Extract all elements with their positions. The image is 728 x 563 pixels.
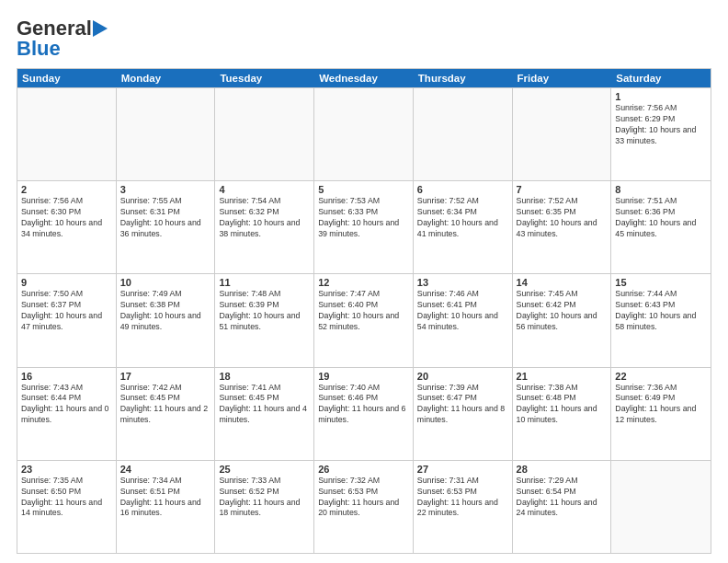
day-number: 20 <box>417 371 508 382</box>
day-number: 10 <box>120 277 211 288</box>
table-row: 5Sunrise: 7:53 AM Sunset: 6:33 PM Daylig… <box>314 181 414 273</box>
weekday-header: Sunday <box>17 69 117 87</box>
day-info: Sunrise: 7:35 AM Sunset: 6:50 PM Dayligh… <box>21 476 112 520</box>
table-row: 9Sunrise: 7:50 AM Sunset: 6:37 PM Daylig… <box>17 274 117 366</box>
table-row: 18Sunrise: 7:41 AM Sunset: 6:45 PM Dayli… <box>215 368 314 460</box>
day-number: 14 <box>517 277 608 288</box>
table-row: 24Sunrise: 7:34 AM Sunset: 6:51 PM Dayli… <box>117 461 216 553</box>
table-row: 8Sunrise: 7:51 AM Sunset: 6:36 PM Daylig… <box>611 181 711 273</box>
day-number: 23 <box>21 464 112 475</box>
day-info: Sunrise: 7:42 AM Sunset: 6:45 PM Dayligh… <box>120 383 211 427</box>
day-number: 15 <box>615 277 707 288</box>
logo: General Blue <box>17 17 109 61</box>
table-row: 10Sunrise: 7:49 AM Sunset: 6:38 PM Dayli… <box>117 274 216 366</box>
day-info: Sunrise: 7:45 AM Sunset: 6:42 PM Dayligh… <box>517 289 608 333</box>
table-row: 3Sunrise: 7:55 AM Sunset: 6:31 PM Daylig… <box>117 181 216 273</box>
day-number: 19 <box>318 371 409 382</box>
table-row: 23Sunrise: 7:35 AM Sunset: 6:50 PM Dayli… <box>17 461 117 553</box>
day-number: 17 <box>120 371 211 382</box>
day-number: 4 <box>219 184 310 195</box>
calendar-week: 16Sunrise: 7:43 AM Sunset: 6:44 PM Dayli… <box>17 367 711 460</box>
day-number: 25 <box>219 464 310 475</box>
table-row: 15Sunrise: 7:44 AM Sunset: 6:43 PM Dayli… <box>611 274 711 366</box>
day-info: Sunrise: 7:41 AM Sunset: 6:45 PM Dayligh… <box>219 383 310 427</box>
day-info: Sunrise: 7:39 AM Sunset: 6:47 PM Dayligh… <box>417 383 508 427</box>
table-row: 17Sunrise: 7:42 AM Sunset: 6:45 PM Dayli… <box>117 368 216 460</box>
day-info: Sunrise: 7:52 AM Sunset: 6:35 PM Dayligh… <box>517 196 608 240</box>
table-row: 22Sunrise: 7:36 AM Sunset: 6:49 PM Dayli… <box>611 368 711 460</box>
day-number: 8 <box>615 184 707 195</box>
calendar: SundayMondayTuesdayWednesdayThursdayFrid… <box>17 68 711 554</box>
svg-marker-0 <box>93 20 108 37</box>
weekday-header: Tuesday <box>215 69 314 87</box>
day-info: Sunrise: 7:31 AM Sunset: 6:53 PM Dayligh… <box>417 476 508 520</box>
weekday-header: Saturday <box>611 69 711 87</box>
table-row: 26Sunrise: 7:32 AM Sunset: 6:53 PM Dayli… <box>314 461 414 553</box>
day-number: 5 <box>318 184 409 195</box>
logo-text-block: General Blue <box>17 17 109 61</box>
table-row <box>513 88 612 180</box>
day-number: 27 <box>417 464 508 475</box>
day-number: 7 <box>517 184 608 195</box>
day-number: 11 <box>219 277 310 288</box>
logo-blue: Blue <box>17 37 61 60</box>
calendar-body: 1Sunrise: 7:56 AM Sunset: 6:29 PM Daylig… <box>17 87 711 553</box>
table-row: 20Sunrise: 7:39 AM Sunset: 6:47 PM Dayli… <box>414 368 513 460</box>
weekday-header: Thursday <box>414 69 513 87</box>
table-row: 7Sunrise: 7:52 AM Sunset: 6:35 PM Daylig… <box>513 181 612 273</box>
day-info: Sunrise: 7:53 AM Sunset: 6:33 PM Dayligh… <box>318 196 409 240</box>
table-row: 1Sunrise: 7:56 AM Sunset: 6:29 PM Daylig… <box>611 88 711 180</box>
table-row <box>117 88 216 180</box>
table-row: 19Sunrise: 7:40 AM Sunset: 6:46 PM Dayli… <box>314 368 414 460</box>
day-number: 2 <box>21 184 112 195</box>
day-info: Sunrise: 7:34 AM Sunset: 6:51 PM Dayligh… <box>120 476 211 520</box>
table-row: 2Sunrise: 7:56 AM Sunset: 6:30 PM Daylig… <box>17 181 117 273</box>
day-info: Sunrise: 7:36 AM Sunset: 6:49 PM Dayligh… <box>615 383 707 427</box>
weekday-header: Friday <box>513 69 612 87</box>
table-row <box>215 88 314 180</box>
table-row <box>17 88 117 180</box>
day-number: 24 <box>120 464 211 475</box>
day-info: Sunrise: 7:44 AM Sunset: 6:43 PM Dayligh… <box>615 289 707 333</box>
calendar-week: 2Sunrise: 7:56 AM Sunset: 6:30 PM Daylig… <box>17 180 711 273</box>
table-row: 11Sunrise: 7:48 AM Sunset: 6:39 PM Dayli… <box>215 274 314 366</box>
day-info: Sunrise: 7:38 AM Sunset: 6:48 PM Dayligh… <box>517 383 608 427</box>
calendar-header: SundayMondayTuesdayWednesdayThursdayFrid… <box>17 69 711 87</box>
day-info: Sunrise: 7:56 AM Sunset: 6:30 PM Dayligh… <box>21 196 112 240</box>
table-row: 27Sunrise: 7:31 AM Sunset: 6:53 PM Dayli… <box>414 461 513 553</box>
day-info: Sunrise: 7:50 AM Sunset: 6:37 PM Dayligh… <box>21 289 112 333</box>
weekday-header: Monday <box>117 69 216 87</box>
table-row <box>414 88 513 180</box>
calendar-week: 9Sunrise: 7:50 AM Sunset: 6:37 PM Daylig… <box>17 273 711 366</box>
day-info: Sunrise: 7:43 AM Sunset: 6:44 PM Dayligh… <box>21 383 112 427</box>
day-info: Sunrise: 7:29 AM Sunset: 6:54 PM Dayligh… <box>517 476 608 520</box>
day-info: Sunrise: 7:48 AM Sunset: 6:39 PM Dayligh… <box>219 289 310 333</box>
day-info: Sunrise: 7:51 AM Sunset: 6:36 PM Dayligh… <box>615 196 707 240</box>
weekday-header: Wednesday <box>314 69 414 87</box>
table-row <box>611 461 711 553</box>
logo-arrow-icon <box>93 18 109 39</box>
table-row <box>314 88 414 180</box>
day-number: 3 <box>120 184 211 195</box>
day-number: 13 <box>417 277 508 288</box>
day-info: Sunrise: 7:55 AM Sunset: 6:31 PM Dayligh… <box>120 196 211 240</box>
day-number: 21 <box>517 371 608 382</box>
table-row: 14Sunrise: 7:45 AM Sunset: 6:42 PM Dayli… <box>513 274 612 366</box>
day-info: Sunrise: 7:40 AM Sunset: 6:46 PM Dayligh… <box>318 383 409 427</box>
table-row: 12Sunrise: 7:47 AM Sunset: 6:40 PM Dayli… <box>314 274 414 366</box>
table-row: 16Sunrise: 7:43 AM Sunset: 6:44 PM Dayli… <box>17 368 117 460</box>
day-info: Sunrise: 7:54 AM Sunset: 6:32 PM Dayligh… <box>219 196 310 240</box>
day-number: 1 <box>615 91 707 102</box>
day-number: 28 <box>517 464 608 475</box>
day-number: 6 <box>417 184 508 195</box>
table-row: 21Sunrise: 7:38 AM Sunset: 6:48 PM Dayli… <box>513 368 612 460</box>
day-number: 26 <box>318 464 409 475</box>
table-row: 4Sunrise: 7:54 AM Sunset: 6:32 PM Daylig… <box>215 181 314 273</box>
table-row: 13Sunrise: 7:46 AM Sunset: 6:41 PM Dayli… <box>414 274 513 366</box>
day-info: Sunrise: 7:52 AM Sunset: 6:34 PM Dayligh… <box>417 196 508 240</box>
calendar-week: 1Sunrise: 7:56 AM Sunset: 6:29 PM Daylig… <box>17 87 711 180</box>
day-info: Sunrise: 7:49 AM Sunset: 6:38 PM Dayligh… <box>120 289 211 333</box>
day-number: 18 <box>219 371 310 382</box>
day-number: 9 <box>21 277 112 288</box>
day-number: 12 <box>318 277 409 288</box>
